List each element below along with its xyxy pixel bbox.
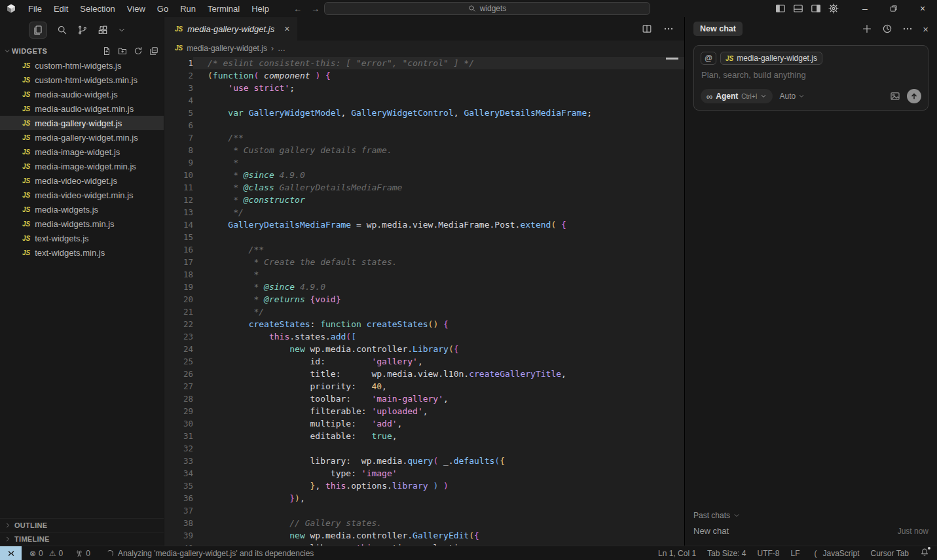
activity-search-icon[interactable]	[57, 25, 67, 35]
file-media-video-widget.min.js[interactable]: JSmedia-video-widget.min.js	[0, 188, 164, 202]
code-line-10[interactable]: 10 * @since 4.9.0	[164, 169, 684, 181]
new-file-icon[interactable]	[102, 46, 111, 56]
code-line-20[interactable]: 20 * @returns {void}	[164, 293, 684, 306]
chat-history-icon[interactable]	[882, 24, 892, 34]
code-line-19[interactable]: 19 * @since 4.9.0	[164, 281, 684, 293]
menu-selection[interactable]: Selection	[74, 4, 120, 14]
breadcrumb[interactable]: JS media-gallery-widget.js › …	[164, 41, 684, 56]
collapse-all-icon[interactable]	[149, 46, 158, 56]
code-line-23[interactable]: 23 this.states.add([	[164, 330, 684, 343]
code-line-37[interactable]: 37	[164, 504, 684, 517]
code-editor[interactable]: 1/* eslint consistent-this: [ "error", "…	[164, 56, 684, 546]
panel-right-toggle-icon[interactable]	[811, 3, 821, 14]
tab-close-icon[interactable]: ×	[284, 24, 289, 34]
past-chat-item[interactable]: New chat Just now	[693, 526, 928, 536]
menu-view[interactable]: View	[121, 4, 151, 14]
send-button[interactable]	[907, 89, 921, 103]
file-custom-html-widgets.min.js[interactable]: JScustom-html-widgets.min.js	[0, 73, 164, 87]
code-line-1[interactable]: 1/* eslint consistent-this: [ "error", "…	[164, 57, 684, 69]
code-line-15[interactable]: 15	[164, 231, 684, 243]
tab-media-gallery-widget[interactable]: JS media-gallery-widget.js ×	[164, 17, 297, 41]
ports-indicator[interactable]: 0	[75, 549, 90, 558]
code-line-40[interactable]: 40 library: this.options.selection,	[164, 542, 684, 546]
code-line-21[interactable]: 21 */	[164, 306, 684, 318]
gear-icon[interactable]	[828, 3, 839, 14]
forward-icon[interactable]: →	[311, 5, 320, 13]
code-line-22[interactable]: 22 createStates: function createStates()…	[164, 318, 684, 330]
agent-mode-selector[interactable]: ∞ Agent Ctrl+I	[701, 89, 773, 103]
status-tab-size-4[interactable]: Tab Size: 4	[707, 549, 746, 558]
code-line-35[interactable]: 35 }, this.options.library ) )	[164, 480, 684, 492]
menu-run[interactable]: Run	[174, 4, 202, 14]
minimize-button[interactable]: –	[851, 0, 879, 17]
code-line-32[interactable]: 32	[164, 442, 684, 455]
file-media-gallery-widget.min.js[interactable]: JSmedia-gallery-widget.min.js	[0, 130, 164, 145]
status-javascript[interactable]: (JavaScript	[811, 549, 859, 558]
minimap-slider[interactable]	[666, 58, 678, 60]
model-selector[interactable]: Auto	[779, 92, 805, 101]
chat-input-card[interactable]: @ JS media-gallery-widget.js Plan, searc…	[693, 45, 928, 111]
code-line-38[interactable]: 38 // Gallery states.	[164, 517, 684, 529]
code-line-33[interactable]: 33 library: wp.media.query( _.defaults({	[164, 455, 684, 467]
remote-indicator[interactable]	[0, 546, 22, 560]
problems-errors[interactable]: ⊗ 0	[29, 549, 43, 558]
problems-warnings[interactable]: ⚠ 0	[49, 549, 63, 558]
code-line-31[interactable]: 31 editable: true,	[164, 430, 684, 442]
more-views-chevron-icon[interactable]	[118, 26, 126, 34]
code-line-28[interactable]: 28 toolbar: 'main-gallery',	[164, 393, 684, 405]
file-media-audio-widget.min.js[interactable]: JSmedia-audio-widget.min.js	[0, 101, 164, 116]
code-line-6[interactable]: 6	[164, 119, 684, 131]
code-line-3[interactable]: 3 'use strict';	[164, 82, 684, 94]
refresh-icon[interactable]	[134, 46, 143, 56]
code-line-17[interactable]: 17 * Create the default states.	[164, 256, 684, 268]
chat-tab-new-chat[interactable]: New chat	[693, 22, 743, 36]
code-line-4[interactable]: 4	[164, 94, 684, 107]
close-window-button[interactable]: ×	[908, 0, 937, 17]
code-line-5[interactable]: 5 var GalleryWidgetModel, GalleryWidgetC…	[164, 107, 684, 119]
source-control-icon[interactable]	[77, 25, 88, 35]
more-actions-icon[interactable]	[663, 24, 674, 34]
breadcrumb-file[interactable]: media-gallery-widget.js	[187, 44, 267, 53]
code-line-24[interactable]: 24 new wp.media.controller.Library({	[164, 343, 684, 355]
panel-left-toggle-icon[interactable]	[775, 3, 786, 14]
code-line-29[interactable]: 29 filterable: 'uploaded',	[164, 405, 684, 417]
new-folder-icon[interactable]	[118, 46, 127, 56]
outline-section[interactable]: OUTLINE	[0, 518, 164, 532]
file-media-widgets.min.js[interactable]: JSmedia-widgets.min.js	[0, 217, 164, 231]
command-center-search[interactable]: widgets	[324, 2, 650, 15]
code-line-14[interactable]: 14 GalleryDetailsMediaFrame = wp.media.v…	[164, 219, 684, 231]
file-media-gallery-widget.js[interactable]: JSmedia-gallery-widget.js	[0, 116, 164, 130]
code-line-2[interactable]: 2(function( component ) {	[164, 69, 684, 82]
file-media-audio-widget.js[interactable]: JSmedia-audio-widget.js	[0, 87, 164, 101]
explorer-section-header[interactable]: WIDGETS	[0, 43, 164, 58]
code-line-7[interactable]: 7 /**	[164, 131, 684, 144]
panel-bottom-toggle-icon[interactable]	[793, 3, 803, 14]
code-line-27[interactable]: 27 priority: 40,	[164, 380, 684, 393]
timeline-section[interactable]: TIMELINE	[0, 532, 164, 546]
code-line-12[interactable]: 12 * @constructor	[164, 194, 684, 206]
file-text-widgets.min.js[interactable]: JStext-widgets.min.js	[0, 245, 164, 260]
code-line-9[interactable]: 9 *	[164, 156, 684, 169]
breadcrumb-more[interactable]: …	[278, 44, 285, 53]
file-media-image-widget.min.js[interactable]: JSmedia-image-widget.min.js	[0, 159, 164, 173]
code-line-16[interactable]: 16 /**	[164, 243, 684, 256]
code-line-11[interactable]: 11 * @class GalleryDetailsMediaFrame	[164, 181, 684, 194]
activity-explorer[interactable]	[29, 22, 47, 39]
attach-image-icon[interactable]	[890, 91, 900, 101]
menu-go[interactable]: Go	[151, 4, 174, 14]
file-media-widgets.js[interactable]: JSmedia-widgets.js	[0, 202, 164, 217]
extensions-icon[interactable]	[98, 25, 108, 35]
past-chats-toggle[interactable]: Past chats	[693, 511, 928, 520]
code-line-18[interactable]: 18 *	[164, 268, 684, 281]
file-media-image-widget.js[interactable]: JSmedia-image-widget.js	[0, 145, 164, 159]
chat-input-placeholder[interactable]: Plan, search, build anything	[701, 65, 921, 89]
menu-help[interactable]: Help	[246, 4, 275, 14]
back-icon[interactable]: ←	[293, 5, 302, 13]
status-cursor-tab[interactable]: Cursor Tab	[871, 549, 909, 558]
menu-file[interactable]: File	[22, 4, 48, 14]
status-ln-1-col-1[interactable]: Ln 1, Col 1	[658, 549, 696, 558]
menu-terminal[interactable]: Terminal	[202, 4, 246, 14]
context-chip[interactable]: JS media-gallery-widget.js	[720, 52, 822, 65]
code-line-26[interactable]: 26 title: wp.media.view.l10n.createGalle…	[164, 368, 684, 380]
split-editor-icon[interactable]	[642, 24, 652, 34]
